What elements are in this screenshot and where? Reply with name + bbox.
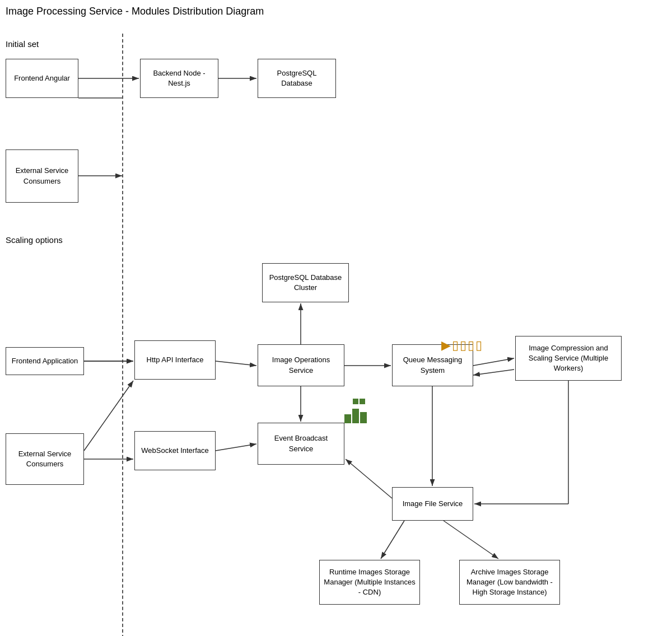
box-frontend-angular: Frontend Angular	[6, 59, 78, 98]
box-http-api-interface: Http API Interface	[134, 340, 216, 380]
svg-line-19	[444, 521, 498, 559]
diagram-container: Image Processing Service - Modules Distr…	[0, 0, 672, 636]
arrows-svg	[0, 0, 672, 636]
small-green-boxes-icon	[353, 399, 365, 404]
svg-line-15	[473, 370, 514, 375]
svg-line-10	[216, 444, 256, 451]
queue-icon: ▶▯▯▯▯	[441, 336, 483, 353]
green-bars-icon	[344, 409, 367, 423]
svg-line-17	[346, 459, 392, 498]
page-title: Image Processing Service - Modules Distr…	[6, 6, 264, 17]
box-external-consumers-1: External Service Consumers	[6, 149, 78, 203]
svg-line-14	[473, 358, 514, 366]
section1-label: Initial set	[6, 39, 39, 49]
svg-line-18	[381, 521, 404, 559]
box-frontend-application: Frontend Application	[6, 347, 84, 375]
box-image-file-service: Image File Service	[392, 487, 473, 521]
svg-line-9	[216, 361, 256, 366]
box-runtime-images-storage: Runtime Images Storage Manager (Multiple…	[319, 560, 420, 605]
dotted-vertical-line	[122, 34, 123, 636]
box-postgresql-db: PostgreSQL Database	[258, 59, 336, 98]
box-image-compression-scaling: Image Compression and Scaling Service (M…	[515, 336, 622, 381]
box-event-broadcast-service: Event Broadcast Service	[258, 423, 344, 465]
box-image-operations-service: Image Operations Service	[258, 344, 344, 386]
box-postgresql-cluster: PostgreSQL Database Cluster	[262, 263, 349, 302]
box-websocket-interface: WebSocket Interface	[134, 431, 216, 470]
section2-label: Scaling options	[6, 235, 63, 245]
box-external-consumers-2: External Service Consumers	[6, 433, 84, 485]
svg-line-7	[84, 381, 133, 451]
box-archive-images-storage: Archive Images Storage Manager (Low band…	[459, 560, 560, 605]
box-backend-node: Backend Node - Nest.js	[140, 59, 218, 98]
